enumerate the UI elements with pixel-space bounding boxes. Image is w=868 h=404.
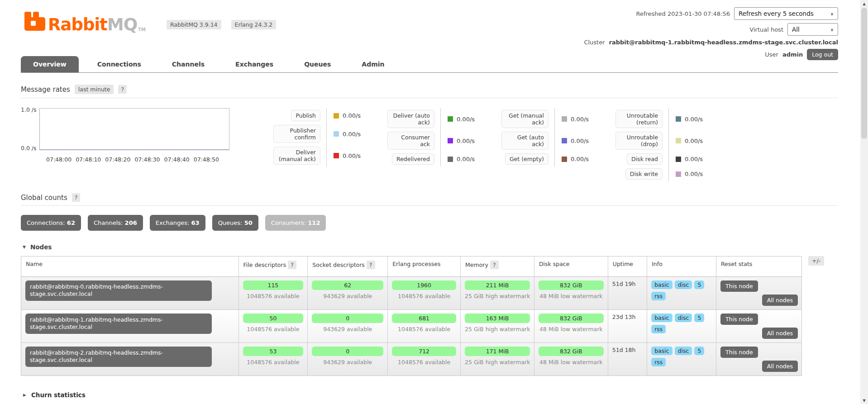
- expanded-arrow-icon: ▼: [23, 245, 26, 249]
- nodes-section-header[interactable]: ▼ Nodes: [21, 243, 838, 251]
- metric-value-badge: 115: [243, 280, 304, 290]
- rate-mode-badge[interactable]: last minute: [75, 85, 114, 94]
- help-icon[interactable]: ?: [72, 193, 81, 202]
- tab-connections[interactable]: Connections: [85, 56, 153, 72]
- legend-label-disk-write[interactable]: Disk write: [625, 168, 663, 180]
- metric-sub-label: 1048576 available: [392, 293, 456, 299]
- node-name-badge[interactable]: rabbit@rabbitmq-1.rabbitmq-headless.zmdm…: [25, 314, 212, 334]
- this-node-button[interactable]: This node: [720, 347, 758, 358]
- legend-swatch-deliver-auto-ack: [448, 116, 453, 122]
- info-badge-5[interactable]: 5: [694, 280, 704, 289]
- info-badge-disc[interactable]: disc: [675, 280, 692, 289]
- uptime-cell: 51d 18h: [608, 343, 647, 376]
- scrollbar[interactable]: ▲ ▼: [860, 0, 868, 404]
- virtual-host-value: All: [792, 26, 800, 33]
- node-name-badge[interactable]: rabbit@rabbitmq-2.rabbitmq-headless.zmdm…: [25, 347, 212, 367]
- legend-value-cell: 0.00/s: [554, 108, 598, 130]
- version-badges: RabbitMQ 3.9.14Erlang 24.3.2: [167, 20, 276, 29]
- scrollbar-thumb[interactable]: [861, 8, 867, 139]
- this-node-button[interactable]: This node: [720, 314, 758, 325]
- legend-label-unroutable-drop[interactable]: Unroutable (drop): [615, 132, 663, 150]
- legend-rate-value: 0.00/s: [343, 112, 361, 119]
- y-max-label: 1.0 /s: [21, 106, 37, 113]
- scroll-up-icon[interactable]: ▲: [860, 0, 868, 7]
- legend-label-publisher-confirm[interactable]: Publisher confirm: [273, 125, 320, 143]
- count-badge-connections[interactable]: Connections: 62: [21, 215, 81, 231]
- tab-channels[interactable]: Channels: [160, 56, 217, 72]
- legend-label-deliver-manual-ack[interactable]: Deliver (manual ack): [273, 147, 320, 165]
- legend-label-get-auto-ack[interactable]: Get (auto ack): [501, 132, 548, 150]
- legend-label-cell: Deliver (auto ack): [387, 108, 440, 130]
- logo[interactable]: RabbitMQ TM RabbitMQ 3.9.14Erlang 24.3.2: [24, 12, 276, 32]
- info-badge-rss[interactable]: rss: [651, 292, 666, 300]
- info-badge-basic[interactable]: basic: [651, 347, 672, 355]
- info-badge-5[interactable]: 5: [694, 314, 704, 322]
- metric-cell: 211 MiB25 GiB high watermark: [461, 277, 534, 310]
- legend-label-disk-read[interactable]: Disk read: [627, 153, 663, 165]
- tab-overview[interactable]: Overview: [21, 56, 79, 72]
- help-icon[interactable]: ?: [490, 261, 499, 269]
- section-churn-statistics[interactable]: ▶Churn statistics: [21, 391, 838, 399]
- info-badge-disc[interactable]: disc: [675, 314, 692, 322]
- legend-value-cell: 0.00/s: [326, 123, 370, 145]
- metric-cell: 531048576 available: [238, 343, 308, 376]
- legend-label-get-manual-ack[interactable]: Get (manual ack): [501, 110, 548, 128]
- legend-label-publish[interactable]: Publish: [291, 110, 320, 121]
- legend-label-consumer-ack[interactable]: Consumer ack: [387, 132, 434, 150]
- legend-group-1: Publish0.00/sPublisher confirm0.00/sDeli…: [273, 108, 370, 166]
- info-badge-basic[interactable]: basic: [651, 314, 672, 322]
- logo-mq-text: MQ: [107, 15, 137, 34]
- legend-swatch-consumer-ack: [448, 138, 453, 143]
- global-counts-heading: Global counts ?: [21, 193, 838, 206]
- logout-button[interactable]: Log out: [807, 49, 838, 60]
- legend-label-cell: Publisher confirm: [273, 123, 326, 145]
- legend-value-cell: 0.00/s: [440, 108, 484, 130]
- info-badge-disc[interactable]: disc: [675, 347, 692, 355]
- refresh-interval-select[interactable]: Refresh every 5 seconds ∨: [734, 7, 838, 20]
- count-badge-exchanges[interactable]: Exchanges: 63: [150, 215, 205, 231]
- col-name: Name: [21, 257, 239, 277]
- message-rates-title: Message rates: [21, 86, 70, 94]
- nodes-title: Nodes: [30, 243, 52, 251]
- legend-label-unroutable-return[interactable]: Unroutable (return): [615, 110, 663, 128]
- info-cell: basicdisc5rss: [647, 277, 716, 310]
- help-icon[interactable]: ?: [118, 85, 127, 94]
- tab-admin[interactable]: Admin: [349, 56, 396, 72]
- legend-label-redelivered[interactable]: Redelivered: [392, 153, 434, 165]
- uptime-cell: 23d 13h: [608, 310, 647, 343]
- legend-value-cell: 0.00/s: [326, 145, 370, 166]
- message-rates-heading: Message rates last minute ?: [21, 85, 838, 98]
- legend-label-cell: Unroutable (drop): [615, 130, 668, 152]
- global-counts-badges: Connections: 62Channels: 206Exchanges: 6…: [21, 215, 838, 231]
- all-nodes-button[interactable]: All nodes: [762, 295, 798, 306]
- info-badge-basic[interactable]: basic: [651, 280, 672, 289]
- help-icon[interactable]: ?: [288, 261, 296, 269]
- rabbitmq-logo-icon: [24, 12, 45, 32]
- count-badge-queues[interactable]: Queues: 50: [212, 215, 258, 231]
- legend-value-cell: 0.00/s: [668, 152, 712, 166]
- scroll-down-icon[interactable]: ▼: [860, 397, 868, 404]
- all-nodes-button[interactable]: All nodes: [762, 361, 798, 372]
- count-badge-consumers[interactable]: Consumers: 112: [265, 215, 326, 231]
- plus-minus-badge[interactable]: +/-: [808, 256, 824, 266]
- count-badge-channels[interactable]: Channels: 206: [88, 215, 143, 231]
- legend-swatch-disk-read: [676, 157, 681, 162]
- node-name-badge[interactable]: rabbit@rabbitmq-0.rabbitmq-headless.zmdm…: [25, 280, 212, 301]
- tab-queues[interactable]: Queues: [292, 56, 343, 72]
- legend-rate-value: 0.00/s: [457, 156, 475, 162]
- info-badge-rss[interactable]: rss: [651, 325, 666, 333]
- metric-sub-label: 25 GiB high watermark: [465, 293, 530, 299]
- tab-exchanges[interactable]: Exchanges: [223, 56, 286, 72]
- legend-value-cell: 0.00/s: [554, 152, 598, 166]
- legend-label-get-empty[interactable]: Get (empty): [505, 153, 548, 165]
- legend-label-cell: Get (auto ack): [501, 130, 554, 152]
- legend-value-cell: 0.00/s: [668, 108, 712, 130]
- virtual-host-select[interactable]: All ∨: [787, 23, 838, 36]
- legend-label-deliver-auto-ack[interactable]: Deliver (auto ack): [387, 110, 434, 128]
- info-badge-rss[interactable]: rss: [651, 358, 666, 366]
- info-badge-5[interactable]: 5: [694, 347, 704, 355]
- all-nodes-button[interactable]: All nodes: [762, 328, 798, 339]
- this-node-button[interactable]: This node: [720, 280, 758, 292]
- help-icon[interactable]: ?: [367, 261, 375, 269]
- legend-swatch-disk-write: [676, 171, 681, 177]
